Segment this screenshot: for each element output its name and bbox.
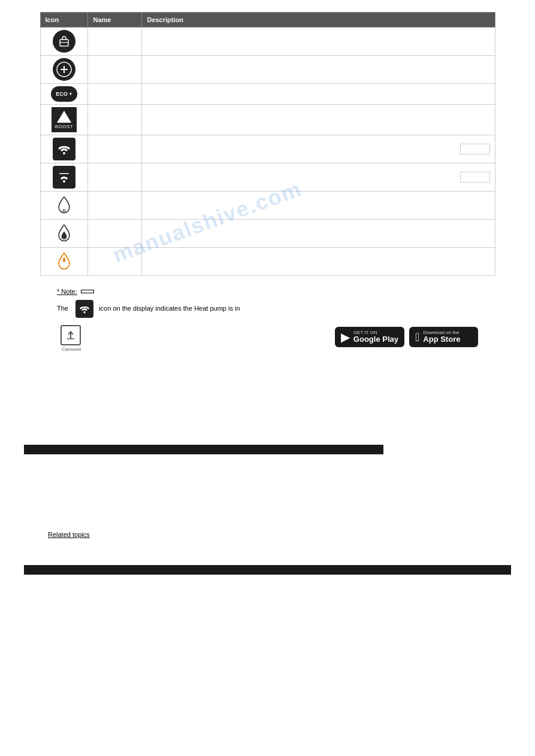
- table-row: [40, 248, 495, 276]
- icon-cell-eco: ECO +: [40, 84, 88, 105]
- col-header-description: Description: [142, 13, 495, 28]
- svg-point-7: [63, 180, 65, 183]
- section1-line1: [48, 460, 487, 471]
- briefcase-icon: [53, 30, 75, 53]
- svg-point-6: [63, 152, 65, 154]
- col-header-icon: Icon: [40, 13, 88, 28]
- desc-cell-8: [142, 220, 495, 248]
- drop-orange-icon: [53, 250, 75, 273]
- name-cell-5: [88, 135, 142, 163]
- section1-line3: [48, 481, 487, 492]
- google-play-top: GET IT ON: [353, 330, 398, 335]
- app-store-text: Download on the App Store: [423, 330, 460, 344]
- wifi-note-prefix: The: [57, 305, 70, 312]
- name-cell-8: [88, 220, 142, 248]
- upload-section: Carousel: [57, 325, 86, 349]
- section2-header: [24, 565, 511, 575]
- desc-cell-3: [142, 84, 495, 105]
- icon-cell-plusminus: [40, 56, 88, 84]
- name-cell-4: [88, 105, 142, 135]
- wifi-note-icon: [75, 300, 93, 318]
- app-store-button[interactable]:  Download on the App Store: [409, 327, 478, 347]
- icon-cell-briefcase: [40, 28, 88, 56]
- wifi-strong-icon: [53, 138, 75, 160]
- google-play-name: Google Play: [353, 335, 398, 344]
- table-row: [40, 220, 495, 248]
- app-store-name: App Store: [423, 335, 460, 344]
- related-topics-content: [48, 542, 487, 553]
- app-store-row: Carousel ▶ GET IT ON Google Play  Downl…: [57, 325, 478, 349]
- app-store-section: ▶ GET IT ON Google Play  Download on th…: [335, 327, 478, 347]
- highlight-box-5: [460, 144, 490, 154]
- section1-line2: [48, 471, 487, 482]
- name-cell-3: [88, 84, 142, 105]
- desc-cell-6: [142, 163, 495, 192]
- section1-line5: [48, 502, 487, 513]
- table-row: [40, 163, 495, 192]
- eco-icon: ECO +: [51, 86, 77, 102]
- wifi-note-section: The icon on the display indicates the He…: [57, 300, 478, 318]
- page-container: manualshive.com Icon Name Description: [0, 0, 535, 593]
- drop-outline-icon: [53, 194, 75, 217]
- icon-cell-boost: BOOST: [40, 105, 88, 135]
- upload-icon: Carousel: [61, 325, 82, 349]
- highlight-box-6: [460, 172, 490, 183]
- note-label: * Note:: [57, 288, 77, 295]
- plus-minus-icon: [53, 58, 75, 81]
- icon-cell-wifi-strong: [40, 135, 88, 163]
- desc-cell-2: [142, 56, 495, 84]
- related-topics-heading: Related topics: [48, 530, 487, 541]
- boost-icon: BOOST: [52, 107, 77, 132]
- table-row: [40, 28, 495, 56]
- upload-label: Carousel: [61, 347, 82, 352]
- name-cell-1: [88, 28, 142, 56]
- name-cell-6: [88, 163, 142, 192]
- svg-point-10: [83, 311, 85, 313]
- wifi-note-text: icon on the display indicates the Heat p…: [99, 305, 240, 312]
- apple-icon: : [415, 330, 419, 344]
- section1-content: Related topics: [48, 460, 487, 553]
- svg-point-9: [63, 210, 65, 212]
- desc-cell-9: [142, 248, 495, 276]
- section1-line4: [48, 492, 487, 503]
- name-cell-9: [88, 248, 142, 276]
- table-row: [40, 135, 495, 163]
- desc-cell-1: [142, 28, 495, 56]
- app-store-top: Download on the: [423, 330, 460, 335]
- drop-filled-icon: [53, 222, 75, 245]
- name-cell-2: [88, 56, 142, 84]
- google-play-icon: ▶: [341, 330, 350, 344]
- icon-cell-drop-outline: [40, 192, 88, 220]
- table-row: [40, 192, 495, 220]
- note-box: [81, 290, 94, 293]
- google-play-button[interactable]: ▶ GET IT ON Google Play: [335, 327, 404, 347]
- table-row: ECO +: [40, 84, 495, 105]
- section1-header: [24, 445, 383, 454]
- table-row: BOOST: [40, 105, 495, 135]
- wifi-medium-icon: [53, 166, 75, 189]
- icon-table: Icon Name Description: [40, 12, 495, 276]
- desc-cell-7: [142, 192, 495, 220]
- col-header-name: Name: [88, 13, 142, 28]
- icon-cell-drop-filled: [40, 220, 88, 248]
- desc-cell-4: [142, 105, 495, 135]
- spacer-1: [24, 356, 511, 434]
- table-row: [40, 56, 495, 84]
- icon-cell-wifi-medium: [40, 163, 88, 192]
- icon-cell-drop-orange: [40, 248, 88, 276]
- note-line: * Note:: [57, 288, 478, 295]
- desc-cell-5: [142, 135, 495, 163]
- name-cell-7: [88, 192, 142, 220]
- google-play-text: GET IT ON Google Play: [353, 330, 398, 344]
